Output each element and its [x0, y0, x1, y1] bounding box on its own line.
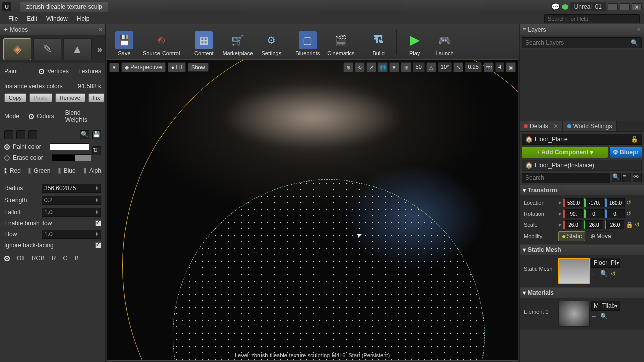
pick-icon[interactable] [28, 130, 37, 139]
maximize-button[interactable] [620, 3, 630, 10]
viewport-menu-button[interactable]: ▾ [109, 63, 119, 72]
scale-z[interactable]: 26.0 [605, 220, 624, 229]
maximize-viewport-icon[interactable]: ▣ [506, 62, 516, 72]
close-button[interactable]: × [632, 3, 642, 10]
falloff-field[interactable]: 1.0▲▼ [42, 208, 101, 217]
view-rgb-label[interactable]: RGB [32, 255, 45, 262]
blue-checkbox[interactable] [58, 168, 61, 174]
save-swatch-icon[interactable]: 💾 [92, 130, 101, 139]
search-swatch-icon[interactable]: 🔍 [80, 130, 89, 139]
red-checkbox[interactable] [4, 168, 7, 174]
copy-button[interactable]: Copy [4, 93, 26, 102]
angle-snap-value[interactable]: 10° [438, 62, 452, 72]
fix-button[interactable]: Fix [88, 93, 105, 102]
scale-x[interactable]: 26.0 [563, 220, 583, 229]
angle-snap-icon[interactable]: △ [426, 62, 436, 72]
remove-button[interactable]: Remove [55, 93, 85, 102]
place-mode-button[interactable]: ◈ [3, 38, 31, 60]
close-icon[interactable]: ✕ [637, 27, 641, 32]
material-asset-dropdown[interactable]: M_Tilab▾ [591, 301, 620, 311]
erase-color-swatch[interactable] [52, 154, 91, 161]
paint-mode-button[interactable]: ✎ [33, 38, 61, 60]
world-local-icon[interactable]: 🌐 [378, 62, 388, 72]
content-button[interactable]: ▦Content [189, 26, 218, 57]
view-b-label[interactable]: B [75, 255, 79, 262]
scale-snap-icon[interactable]: ⤡ [453, 62, 463, 72]
mobility-static[interactable]: ●Static [558, 231, 585, 241]
blueprints-button[interactable]: ▢Blueprints [292, 26, 323, 57]
modes-tab[interactable]: ✦ Modes ✕ [0, 24, 105, 35]
close-icon[interactable]: ✕ [98, 27, 102, 32]
add-component-button[interactable]: + Add Component ▾ [522, 147, 608, 158]
reset-icon[interactable]: ↺ [626, 210, 631, 217]
show-button[interactable]: Show [188, 63, 209, 72]
rotation-y[interactable]: 0. [584, 209, 604, 218]
textures-label[interactable]: Textures [78, 68, 101, 75]
object-name-field[interactable]: 🏠 Floor_Plane 🔓 [522, 134, 642, 145]
details-search-input[interactable] [522, 173, 610, 183]
blend-weights-label[interactable]: Blend Weights [65, 109, 101, 123]
viewport-scene[interactable]: ➤ [107, 60, 518, 360]
more-modes-button[interactable]: » [97, 44, 102, 55]
source-control-button[interactable]: ⎋Source Control [140, 26, 183, 57]
project-tab[interactable]: zbrush-tileable-texture-sculp [20, 2, 108, 12]
view-r-label[interactable]: R [52, 255, 56, 262]
static-mesh-section-header[interactable]: ▾ Static Mesh [520, 245, 644, 255]
layers-tab[interactable]: ≡ Layers ✕ [520, 24, 644, 35]
radius-field[interactable]: 356.602875▲▼ [42, 184, 101, 193]
camera-speed-value[interactable]: 4 [495, 62, 504, 72]
camera-speed-icon[interactable]: 📷 [484, 62, 494, 72]
grid-snap-icon[interactable]: ⊞ [401, 62, 411, 72]
paste-button[interactable]: Paste [29, 93, 52, 102]
build-button[interactable]: 🏗Build [364, 26, 393, 57]
eye-icon[interactable]: 👁 [633, 173, 642, 182]
static-mesh-thumbnail[interactable] [558, 258, 590, 284]
filter-icon[interactable]: ≡ [622, 173, 631, 182]
chat-icon[interactable]: 💬 [551, 3, 560, 11]
search-icon[interactable]: 🔍 [612, 173, 621, 182]
settings-button[interactable]: ⚙Settings [257, 26, 286, 57]
flow-field[interactable]: 1.0▲▼ [42, 230, 101, 239]
lit-button[interactable]: ● Lit [168, 62, 186, 72]
grid-snap-value[interactable]: 50 [413, 62, 425, 72]
use-selected-icon[interactable]: ← [591, 313, 597, 320]
minimize-button[interactable] [608, 3, 618, 10]
brush-flow-checkbox[interactable] [95, 220, 101, 226]
view-off-radio[interactable] [4, 256, 10, 261]
material-thumbnail[interactable] [558, 301, 590, 327]
paint-color-radio[interactable] [4, 144, 10, 150]
green-checkbox[interactable] [28, 168, 31, 174]
swap-colors-icon[interactable]: ⇅ [92, 146, 101, 155]
reset-icon[interactable]: ↺ [635, 221, 640, 228]
view-g-label[interactable]: G [63, 255, 67, 262]
erase-color-radio[interactable] [4, 155, 10, 161]
save-button[interactable]: 💾Save [110, 26, 139, 57]
rotation-x[interactable]: 90. [563, 209, 583, 218]
reset-icon[interactable]: ↺ [626, 199, 631, 206]
transform-section-header[interactable]: ▾ Transform [520, 185, 644, 195]
mobility-movable[interactable]: ⊕Mova [587, 231, 614, 241]
menu-help[interactable]: Help [73, 14, 94, 23]
blueprint-button[interactable]: ⚙Bluepr [610, 147, 642, 158]
materials-section-header[interactable]: ▾ Materials [520, 288, 644, 298]
cinematics-button[interactable]: 🎬Cinematics [324, 26, 357, 57]
play-button[interactable]: ▶Play [400, 26, 429, 57]
location-y[interactable]: -170. [584, 198, 604, 207]
rotate-gizmo-icon[interactable]: ↻ [355, 62, 365, 72]
surface-snap-icon[interactable]: ▼ [389, 62, 399, 72]
menu-edit[interactable]: Edit [23, 14, 41, 23]
location-x[interactable]: 530.0 [563, 198, 583, 207]
lock-scale-icon[interactable]: 🔒 [626, 221, 633, 228]
browse-asset-icon[interactable]: 🔍 [600, 270, 608, 277]
search-layers-input[interactable]: Search Layers🔍 [522, 37, 642, 48]
source-control-icon[interactable]: ⬢ [562, 3, 568, 11]
scale-gizmo-icon[interactable]: ⤢ [366, 62, 376, 72]
viewport[interactable]: ▾ ◆ Perspective ● Lit Show ⊕ ↻ ⤢ 🌐 ▼ ⊞ 5… [107, 59, 518, 361]
lock-icon[interactable]: 🔓 [631, 136, 638, 143]
paint-color-swatch[interactable] [50, 143, 89, 150]
vertices-radio[interactable] [39, 69, 44, 74]
alpha-checkbox[interactable] [84, 168, 86, 174]
browse-asset-icon[interactable]: 🔍 [600, 313, 608, 320]
menu-file[interactable]: File [4, 14, 22, 23]
component-instance[interactable]: 🏠 Floor_Plane(Instance) [522, 160, 642, 171]
